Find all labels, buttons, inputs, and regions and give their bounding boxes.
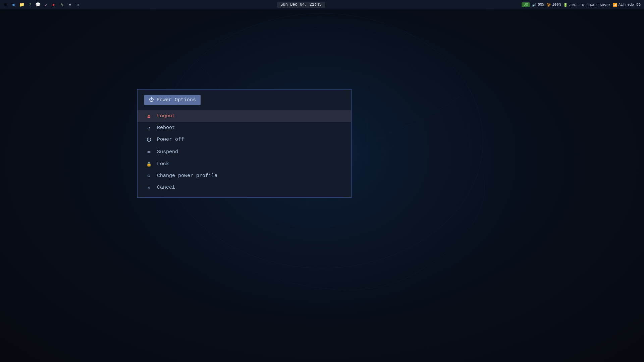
dialog-header: ⏻ Power Options <box>138 89 351 109</box>
taskbar-right: US 🔊 55% 🔆 100% 🔋 71% — ⊙ Power Saver 📶 … <box>518 2 644 7</box>
language-indicator[interactable]: US <box>522 2 530 7</box>
battery-indicator[interactable]: 🔋 71% — ⊙ Power Saver <box>563 3 611 7</box>
wifi-name: Alfredo 5G <box>619 3 641 7</box>
files-icon[interactable]: 📁 <box>19 2 25 8</box>
suspend-menu-item[interactable]: ⇌ Suspend <box>138 145 351 158</box>
wifi-indicator[interactable]: 📶 Alfredo 5G <box>613 3 641 7</box>
lock-menu-item[interactable]: 🔒 Lock <box>138 158 351 170</box>
wifi-icon: 📶 <box>613 3 618 7</box>
lock-label: Lock <box>157 161 169 167</box>
power-title-icon: ⏻ <box>149 97 154 103</box>
reboot-icon: ↺ <box>146 125 152 131</box>
cancel-icon: ✕ <box>146 185 152 190</box>
suspend-label: Suspend <box>157 149 178 155</box>
volume-icon: 🔊 <box>532 3 537 7</box>
power-menu-list: ⏏ Logout ↺ Reboot ⏻ Power off ⇌ Suspend … <box>138 109 351 197</box>
cancel-menu-item[interactable]: ✕ Cancel <box>138 182 351 193</box>
brightness-value: 100% <box>552 3 561 7</box>
volume-indicator[interactable]: 🔊 55% <box>532 3 544 7</box>
logout-menu-item[interactable]: ⏏ Logout <box>138 110 351 122</box>
poweroff-label: Power off <box>157 137 184 142</box>
suspend-icon: ⇌ <box>146 148 152 155</box>
video-icon[interactable]: ▶ <box>51 2 57 8</box>
reboot-menu-item[interactable]: ↺ Reboot <box>138 122 351 134</box>
brightness-icon: 🔆 <box>546 3 551 7</box>
edit-icon[interactable]: ✎ <box>59 2 65 8</box>
power-options-dialog: ⏻ Power Options ⏏ Logout ↺ Reboot ⏻ Powe… <box>137 89 352 198</box>
music-icon[interactable]: ♪ <box>43 2 49 8</box>
clock[interactable]: Sun Dec 04, 21:45 <box>277 2 325 8</box>
chat-icon[interactable]: 💬 <box>35 2 41 8</box>
logout-icon: ⏏ <box>146 113 152 119</box>
battery-value: 71% — ⊙ Power Saver <box>569 3 611 7</box>
reboot-label: Reboot <box>157 125 175 131</box>
poweroff-menu-item[interactable]: ⏻ Power off <box>138 134 351 145</box>
brightness-indicator[interactable]: 🔆 100% <box>546 3 561 7</box>
volume-value: 55% <box>538 3 544 7</box>
power-options-title[interactable]: ⏻ Power Options <box>144 95 201 105</box>
change-power-profile-menu-item[interactable]: ⚙ Change power profile <box>138 170 351 182</box>
arc-icon[interactable]: ◉ <box>11 2 17 8</box>
language-badge: US <box>522 2 530 7</box>
logout-label: Logout <box>157 113 175 119</box>
power-title-label: Power Options <box>157 97 196 103</box>
apps-icon[interactable]: ⊞ <box>3 2 9 8</box>
taskbar-center: Sun Dec 04, 21:45 <box>84 2 518 8</box>
battery-icon: 🔋 <box>563 3 568 7</box>
lock-icon: 🔒 <box>146 162 152 167</box>
cancel-label: Cancel <box>157 185 175 190</box>
taskbar: ⊞ ◉ 📁 ? 💬 ♪ ▶ ✎ ≡ ✚ Sun Dec 04, 21:45 US… <box>0 0 644 9</box>
list-icon[interactable]: ≡ <box>67 2 73 8</box>
taskbar-left: ⊞ ◉ 📁 ? 💬 ♪ ▶ ✎ ≡ ✚ <box>0 2 84 8</box>
poweroff-icon: ⏻ <box>146 137 152 142</box>
power-profile-label: Change power profile <box>157 173 217 179</box>
move-icon[interactable]: ✚ <box>75 2 81 8</box>
power-profile-icon: ⚙ <box>146 173 152 179</box>
help-icon[interactable]: ? <box>27 2 33 8</box>
